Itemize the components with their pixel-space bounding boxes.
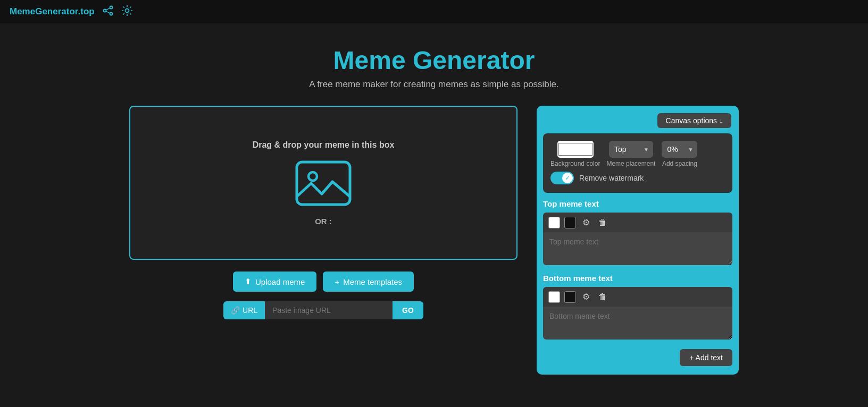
top-text-input[interactable] [543, 232, 732, 265]
share-icon[interactable] [102, 5, 114, 19]
svg-point-5 [125, 9, 129, 12]
hero-section: Meme Generator A free meme maker for cre… [0, 23, 868, 106]
hero-title: Meme Generator [0, 46, 868, 75]
toggle-knob: ✓ [562, 173, 573, 183]
canvas-options-label: Canvas options ↓ [666, 116, 723, 125]
dropzone-or-label: OR : [315, 217, 332, 226]
url-go-button[interactable]: GO [393, 301, 423, 319]
top-text-label: Top meme text [543, 199, 732, 208]
controls-row: Background color Top Bottom Center Meme … [550, 141, 725, 167]
upload-icon: ⬆ [245, 277, 252, 286]
top-text-color-black[interactable] [564, 217, 576, 228]
dropzone-actions: ⬆ Upload meme + Meme templates [129, 272, 518, 292]
sidebar: Canvas options ↓ Background color Top Bo… [537, 106, 739, 375]
brand-text-plain: MemeGenerator. [10, 6, 80, 16]
svg-line-12 [130, 6, 131, 7]
url-row: 🔗 URL GO [129, 301, 518, 319]
hero-subtitle: A free meme maker for creating memes as … [0, 79, 868, 90]
brand-logo: MemeGenerator.top [10, 6, 95, 17]
main-content: Drag & drop your meme in this box OR : ⬆… [0, 106, 868, 375]
svg-line-13 [123, 13, 124, 14]
bottom-text-delete-button[interactable]: 🗑 [596, 291, 609, 303]
canvas-options-bar: Canvas options ↓ [537, 106, 739, 133]
brand-text-accent: top [80, 6, 94, 16]
bottom-text-label: Bottom meme text [543, 274, 732, 283]
placement-select[interactable]: Top Bottom Center [609, 141, 653, 158]
controls-panel: Background color Top Bottom Center Meme … [543, 133, 732, 193]
svg-point-1 [103, 9, 106, 12]
meme-templates-button[interactable]: + Meme templates [323, 272, 414, 292]
watermark-row: ✓ Remove watermark [550, 172, 725, 184]
spacing-group: 0% 10% 20% 30% 40% 50% Add spacing [662, 141, 697, 167]
bg-color-label: Background color [550, 160, 600, 167]
svg-line-4 [106, 11, 110, 13]
hero-title-plain: Meme [333, 46, 413, 74]
bottom-text-color-black[interactable] [564, 291, 576, 303]
dropzone-area: Drag & drop your meme in this box OR : ⬆… [129, 106, 518, 319]
upload-meme-button[interactable]: ⬆ Upload meme [233, 272, 316, 292]
navbar: MemeGenerator.top [0, 0, 868, 23]
meme-templates-label: Meme templates [343, 277, 402, 286]
url-label-text: URL [243, 306, 257, 315]
top-text-section: Top meme text ⚙ 🗑 [543, 199, 732, 267]
url-label: 🔗 URL [223, 301, 265, 319]
hero-title-accent: Generator [413, 46, 535, 74]
add-text-button[interactable]: + Add text [680, 349, 732, 366]
placement-label: Meme placement [606, 160, 655, 167]
top-text-color-white[interactable] [548, 217, 560, 228]
bottom-text-input[interactable] [543, 307, 732, 340]
settings-icon[interactable] [121, 5, 133, 19]
bottom-text-controls: ⚙ 🗑 [543, 287, 732, 307]
top-text-controls: ⚙ 🗑 [543, 213, 732, 232]
watermark-label: Remove watermark [579, 174, 644, 182]
bg-color-group: Background color [550, 141, 600, 167]
svg-line-10 [123, 6, 124, 7]
upload-meme-label: Upload meme [255, 277, 305, 286]
dropzone-box[interactable]: Drag & drop your meme in this box OR : [129, 106, 518, 260]
dropzone-image-icon [294, 159, 353, 207]
bg-color-input[interactable] [557, 141, 594, 158]
url-input[interactable] [265, 301, 393, 319]
svg-point-15 [308, 172, 317, 181]
svg-point-0 [110, 6, 112, 9]
placement-select-wrapper: Top Bottom Center [609, 141, 653, 158]
link-icon: 🔗 [231, 306, 240, 315]
bottom-text-section: Bottom meme text ⚙ 🗑 [543, 274, 732, 342]
top-text-settings-button[interactable]: ⚙ [580, 216, 592, 228]
spacing-select[interactable]: 0% 10% 20% 30% 40% 50% [662, 141, 697, 158]
placement-group: Top Bottom Center Meme placement [606, 141, 655, 167]
bottom-text-settings-button[interactable]: ⚙ [580, 291, 592, 303]
spacing-label: Add spacing [662, 160, 697, 167]
dropzone-label: Drag & drop your meme in this box [253, 140, 395, 150]
top-text-delete-button[interactable]: 🗑 [596, 217, 609, 228]
svg-rect-14 [297, 162, 350, 205]
watermark-toggle[interactable]: ✓ [550, 172, 574, 184]
bottom-text-color-white[interactable] [548, 291, 560, 303]
svg-point-2 [110, 12, 112, 15]
plus-icon: + [335, 277, 339, 286]
canvas-options-button[interactable]: Canvas options ↓ [657, 113, 731, 128]
svg-line-3 [106, 8, 110, 10]
svg-line-11 [130, 13, 131, 14]
spacing-select-wrapper: 0% 10% 20% 30% 40% 50% [662, 141, 697, 158]
add-text-row: + Add text [543, 349, 732, 366]
